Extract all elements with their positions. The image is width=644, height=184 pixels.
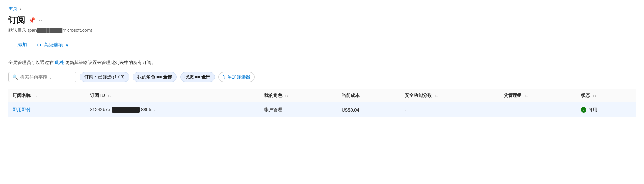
info-text-after: 更新其策略设置来管理此列表中的所有订阅。	[65, 60, 156, 65]
status-badge: 可用	[581, 107, 597, 113]
status-available-icon	[581, 107, 586, 113]
filter-row: 🔍 订阅：已筛选 (1 / 3) 我的角色 == 全部 状态 == 全部 ⤵ 添…	[8, 72, 636, 82]
filter-icon: ⚙	[37, 42, 41, 48]
filter-chip-status[interactable]: 状态 == 全部	[180, 72, 215, 82]
search-icon: 🔍	[12, 74, 18, 80]
main-page: 主页 › 订阅 📌 ··· 默认目录 (pan████████microsoft…	[0, 0, 644, 184]
chevron-down-icon: ∨	[65, 42, 69, 48]
cell-role: 帐户管理	[260, 102, 337, 117]
filter-chip-subscription-label: 订阅：已筛选 (1 / 3)	[84, 74, 125, 80]
sort-icon-parent: ↑↓	[524, 94, 528, 98]
info-text-before: 全局管理员可以通过在	[8, 60, 54, 65]
col-header-security[interactable]: 安全功能分数 ↑↓	[400, 89, 499, 102]
sort-icon-name: ↑↓	[33, 94, 37, 98]
more-options-icon[interactable]: ···	[39, 17, 44, 23]
filter-chip-subscription[interactable]: 订阅：已筛选 (1 / 3)	[80, 72, 129, 82]
subscription-id-prefix: 81242b7e-	[90, 107, 112, 112]
sort-icon-id: ↑↓	[108, 94, 111, 98]
add-filter-label: 添加筛选器	[228, 74, 250, 80]
add-button[interactable]: ＋ 添加	[8, 40, 29, 49]
page-subtitle: 默认目录 (pan████████microsoft.com)	[8, 27, 636, 33]
col-header-parent[interactable]: 父管理组 ↑↓	[499, 89, 577, 102]
search-box[interactable]: 🔍	[8, 72, 76, 82]
col-header-status[interactable]: 状态 ↑↓	[577, 89, 636, 102]
title-row: 订阅 📌 ···	[8, 15, 636, 26]
toolbar: ＋ 添加 ⚙ 高级选项 ∨	[8, 40, 636, 54]
add-filter-chip[interactable]: ⤵ 添加筛选器	[219, 72, 255, 82]
sort-icon-role: ↑↓	[285, 94, 288, 98]
info-banner: 全局管理员可以通过在 此处 更新其策略设置来管理此列表中的所有订阅。	[8, 60, 636, 66]
cell-id: 81242b7e--88b5...	[86, 102, 260, 117]
cell-parent	[499, 102, 577, 117]
info-link[interactable]: 此处	[55, 60, 64, 65]
filter-chip-role[interactable]: 我的角色 == 全部	[133, 72, 177, 82]
add-filter-icon: ⤵	[223, 75, 225, 80]
cell-cost: US$0.04	[337, 102, 400, 117]
cell-name: 即用即付	[8, 102, 86, 117]
table-header-row: 订阅名称 ↑↓ 订阅 ID ↑↓ 我的角色 ↑↓ 当前成本	[8, 89, 636, 102]
breadcrumb: 主页 ›	[8, 6, 636, 12]
sort-icon-status: ↑↓	[593, 94, 596, 98]
table-row: 即用即付 81242b7e--88b5... 帐户管理 US$0.04 - 可用	[8, 102, 636, 117]
col-header-id[interactable]: 订阅 ID ↑↓	[86, 89, 260, 102]
advanced-label: 高级选项	[44, 42, 63, 48]
search-input[interactable]	[20, 75, 72, 80]
subscriptions-table: 订阅名称 ↑↓ 订阅 ID ↑↓ 我的角色 ↑↓ 当前成本	[8, 89, 636, 117]
subscription-id-suffix: -88b5...	[140, 107, 155, 112]
col-header-role[interactable]: 我的角色 ↑↓	[260, 89, 337, 102]
col-header-name[interactable]: 订阅名称 ↑↓	[8, 89, 86, 102]
add-icon: ＋	[10, 42, 15, 48]
cell-security: -	[400, 102, 499, 117]
advanced-options-button[interactable]: ⚙ 高级选项 ∨	[35, 40, 71, 49]
filter-chip-status-label: 状态 == 全部	[185, 74, 210, 80]
status-label: 可用	[588, 107, 597, 113]
cell-status: 可用	[577, 102, 636, 117]
col-header-cost: 当前成本	[337, 89, 400, 102]
subscription-name-link[interactable]: 即用即付	[13, 107, 31, 112]
page-title: 订阅	[8, 15, 25, 26]
breadcrumb-separator: ›	[20, 6, 21, 12]
sort-icon-security: ↑↓	[434, 94, 438, 98]
add-label: 添加	[17, 42, 27, 48]
filter-chip-role-label: 我的角色 == 全部	[137, 74, 172, 80]
breadcrumb-home-link[interactable]: 主页	[8, 6, 17, 12]
subscription-id-redacted	[112, 107, 140, 113]
pin-icon[interactable]: 📌	[29, 17, 36, 24]
